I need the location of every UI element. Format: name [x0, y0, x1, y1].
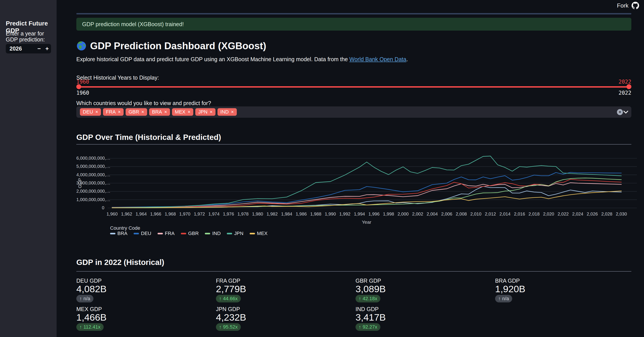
- legend-swatch: [227, 233, 232, 234]
- intro-text: Explore historical GDP data and predict …: [76, 56, 408, 62]
- remove-tag-icon[interactable]: ×: [231, 109, 234, 115]
- metric-label: BRA GDP: [495, 278, 520, 284]
- series-line-mex: [112, 191, 621, 208]
- clear-all-icon[interactable]: ×: [617, 109, 623, 115]
- top-accent-bar: [76, 13, 631, 14]
- x-tick-label: 2,010: [470, 212, 481, 217]
- x-tick-label: 1,988: [310, 212, 321, 217]
- year-input-value[interactable]: 2026: [6, 45, 35, 52]
- legend-swatch: [110, 233, 116, 234]
- delta-arrow-icon: ↑: [219, 295, 222, 303]
- x-tick-label: 1,986: [296, 212, 307, 217]
- remove-tag-icon[interactable]: ×: [210, 109, 212, 115]
- country-tag-mex[interactable]: MEX×: [172, 108, 194, 116]
- country-tag-label: IND: [220, 109, 229, 115]
- x-tick-label: 1,978: [238, 212, 248, 217]
- x-tick-label: 1,984: [281, 212, 292, 217]
- x-tick-label: 1,994: [354, 212, 365, 217]
- country-tag-jpn[interactable]: JPN×: [195, 108, 215, 116]
- x-tick-label: 2,000: [398, 212, 408, 217]
- year-increment-button[interactable]: +: [43, 44, 51, 53]
- x-tick-label: 2,028: [601, 212, 612, 217]
- x-tick-label: 2,008: [456, 212, 467, 217]
- success-banner: GDP prediction model (XGBoost) trained!: [76, 18, 631, 30]
- y-tick-label: 0: [76, 205, 104, 210]
- page-title-text: GDP Prediction Dashboard (XGBoost): [90, 40, 266, 52]
- year-decrement-button[interactable]: −: [35, 44, 43, 53]
- country-tag-label: MEX: [175, 109, 186, 115]
- y-tick-label: 5,000,000,000,…: [76, 164, 104, 169]
- x-tick-label: 2,014: [499, 212, 510, 217]
- legend-label: DEU: [141, 231, 151, 236]
- legend-item-ind[interactable]: IND: [205, 231, 220, 236]
- metric-delta-badge: ↑112.41x: [76, 323, 104, 331]
- fork-button[interactable]: Fork: [617, 2, 628, 9]
- x-tick-label: 2,020: [543, 212, 554, 217]
- legend-item-bra[interactable]: BRA: [110, 231, 128, 236]
- legend-item-mex[interactable]: MEX: [250, 231, 268, 236]
- metrics-section-title: GDP in 2022 (Historical): [76, 258, 164, 267]
- success-banner-text: GDP prediction model (XGBoost) trained!: [82, 21, 184, 27]
- world-bank-link[interactable]: World Bank Open Data: [349, 56, 406, 62]
- metric-label: MEX GDP: [76, 306, 102, 312]
- year-number-input[interactable]: 2026 − +: [6, 44, 51, 53]
- remove-tag-icon[interactable]: ×: [164, 109, 167, 115]
- metric-delta-badge: ↑95.52x: [216, 323, 241, 331]
- y-tick-label: 6,000,000,000,…: [76, 156, 104, 161]
- slider-handle-max[interactable]: [626, 84, 631, 89]
- x-tick-label: 1,974: [208, 212, 220, 217]
- legend-item-jpn[interactable]: JPN: [227, 231, 244, 236]
- section-divider: [76, 144, 631, 145]
- x-tick-label: 1,976: [223, 212, 234, 217]
- remove-tag-icon[interactable]: ×: [188, 109, 191, 115]
- page-title: GDP Prediction Dashboard (XGBoost): [76, 40, 266, 52]
- x-tick-label: 1,962: [121, 212, 132, 217]
- x-tick-label: 1,972: [194, 212, 205, 217]
- legend-item-fra[interactable]: FRA: [158, 231, 175, 236]
- intro-before-link: Explore historical GDP data and predict …: [76, 56, 349, 62]
- metric-value: 4,232B: [216, 312, 246, 323]
- x-tick-label: 2,012: [485, 212, 496, 217]
- slider-handle-min[interactable]: [76, 84, 81, 89]
- y-tick-label: 4,000,000,000,…: [76, 172, 104, 177]
- metric-label: GBR GDP: [356, 278, 381, 284]
- legend-label: FRA: [165, 231, 175, 236]
- delta-value: 95.52x: [223, 323, 238, 331]
- gdp-line-chart[interactable]: 01,000,000,000,…2,000,000,000,…3,000,000…: [76, 151, 641, 242]
- slider-axis-min: 1960: [76, 90, 89, 96]
- delta-value: 42.18x: [362, 295, 377, 303]
- x-tick-label: 2,002: [412, 212, 423, 217]
- metric-value: 2,779B: [216, 284, 246, 294]
- legend-item-deu[interactable]: DEU: [134, 231, 151, 236]
- year-range-slider-track[interactable]: [76, 86, 631, 88]
- legend-label: JPN: [234, 231, 244, 236]
- country-tag-label: FRA: [106, 109, 116, 115]
- series-line-deu: [112, 172, 621, 207]
- github-icon[interactable]: [632, 2, 639, 9]
- country-tag-ind[interactable]: IND×: [218, 108, 237, 116]
- x-tick-label: 2,016: [514, 212, 525, 217]
- legend-label: GBR: [188, 231, 199, 236]
- year-input-label: Enter a year for GDP prediction:: [6, 30, 53, 42]
- country-tags: DEU×FRA×GBR×BRA×MEX×JPN×IND×: [80, 108, 237, 116]
- chart-canvas[interactable]: [76, 151, 640, 210]
- slider-value-max: 2022: [618, 79, 631, 85]
- remove-tag-icon[interactable]: ×: [95, 109, 98, 115]
- series-line-ind: [112, 178, 621, 208]
- country-tag-fra[interactable]: FRA×: [103, 108, 124, 116]
- remove-tag-icon[interactable]: ×: [141, 109, 144, 115]
- country-multiselect[interactable]: DEU×FRA×GBR×BRA×MEX×JPN×IND× ×: [76, 106, 631, 118]
- delta-arrow-icon: ↑: [219, 323, 222, 331]
- remove-tag-icon[interactable]: ×: [118, 109, 121, 115]
- country-tag-gbr[interactable]: GBR×: [126, 108, 147, 116]
- country-tag-bra[interactable]: BRA×: [149, 108, 170, 116]
- y-tick-label: 2,000,000,000,…: [76, 189, 104, 194]
- metric-delta-badge: ↑n/a: [495, 295, 512, 303]
- x-tick-label: 1,998: [383, 212, 394, 217]
- country-tag-label: JPN: [198, 109, 208, 115]
- chevron-down-icon[interactable]: [623, 111, 628, 114]
- legend-swatch: [250, 233, 255, 234]
- x-tick-label: 2,026: [587, 212, 598, 217]
- legend-item-gbr[interactable]: GBR: [181, 231, 199, 236]
- country-tag-deu[interactable]: DEU×: [80, 108, 101, 116]
